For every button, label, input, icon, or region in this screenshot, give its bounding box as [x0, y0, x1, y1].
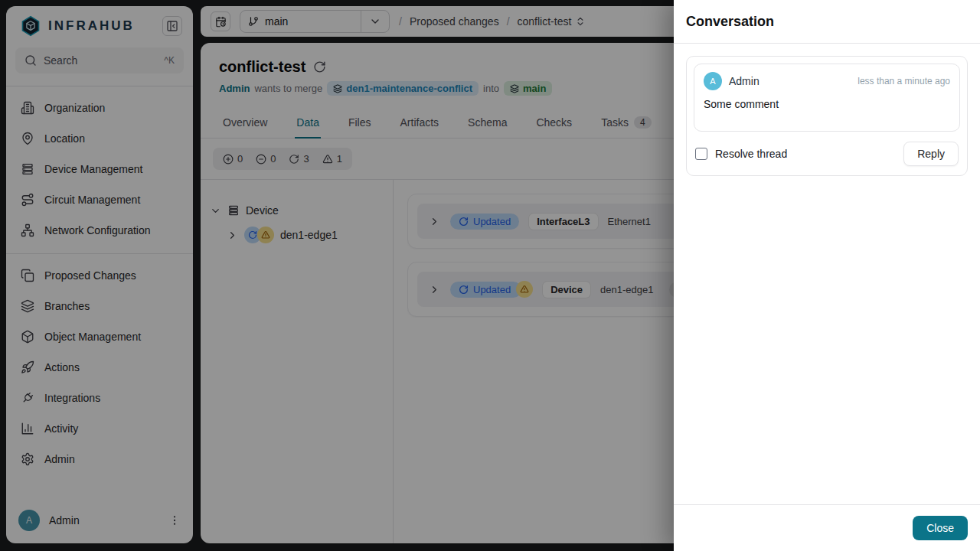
comment-author: Admin — [729, 75, 760, 87]
comment-body: Some comment — [704, 98, 950, 110]
resolve-thread-checkbox[interactable] — [695, 148, 707, 160]
comment-timestamp: less than a minute ago — [858, 76, 950, 86]
drawer-header: Conversation — [674, 0, 980, 44]
comment-avatar: A — [704, 72, 722, 90]
comment-card: A Admin less than a minute ago Some comm… — [694, 64, 960, 132]
drawer-title: Conversation — [686, 14, 968, 30]
drawer-body: A Admin less than a minute ago Some comm… — [674, 44, 980, 504]
conversation-drawer: Conversation A Admin less than a minute … — [674, 0, 980, 551]
drawer-footer: Close — [674, 504, 980, 551]
thread-footer: Resolve thread Reply — [694, 142, 960, 168]
close-button[interactable]: Close — [913, 516, 968, 540]
resolve-thread-label: Resolve thread — [715, 148, 787, 160]
comment-thread: A Admin less than a minute ago Some comm… — [686, 56, 968, 176]
reply-button[interactable]: Reply — [903, 142, 959, 166]
